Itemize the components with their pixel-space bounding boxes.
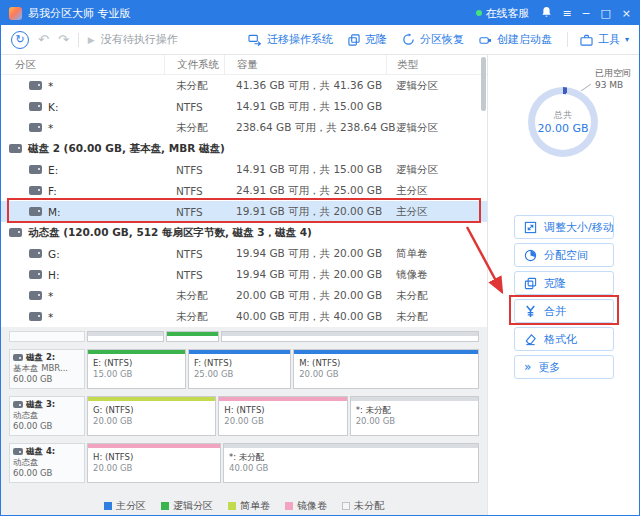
usage-donut-chart: 已用空间 93 MB 总共 20.00 GB	[488, 61, 639, 211]
table-row[interactable]: * 未分配 20.00 GB 可用，共 20.00 GB 未分配	[1, 285, 487, 306]
legend-logical-swatch	[161, 502, 169, 510]
resize-move-button[interactable]: 调整大小/移动	[514, 215, 614, 239]
legend-label: 逻辑分区	[173, 499, 213, 513]
format-icon	[524, 333, 537, 346]
partition-color-strip	[219, 397, 346, 401]
disk-group-row[interactable]: 动态盘 (120.00 GB, 512 每扇区字节数, 磁盘 3，磁盘 4)	[1, 222, 487, 243]
more-icon: »	[524, 361, 531, 373]
clone-icon	[348, 34, 360, 46]
partition-icon	[29, 102, 42, 111]
donut-ring: 总共 20.00 GB	[528, 87, 598, 157]
partition-color-strip	[224, 444, 478, 448]
partition-icon	[29, 186, 42, 195]
disk-group-row[interactable]: 磁盘 2 (60.00 GB, 基本盘, MBR 磁盘)	[1, 138, 487, 159]
online-service-label: 在线客服	[486, 6, 530, 21]
bell-icon[interactable]	[541, 6, 552, 21]
table-row[interactable]: H: NTFS 19.94 GB 可用，共 20.00 GB 镜像卷	[1, 264, 487, 285]
disk-map-segment[interactable]: M: (NTFS)20.00 GB	[293, 349, 479, 389]
partition-icon	[29, 81, 42, 90]
table-row[interactable]: F: NTFS 24.91 GB 可用，共 25.00 GB 主分区	[1, 180, 487, 201]
column-header-filesystem[interactable]: 文件系统	[164, 55, 224, 75]
refresh-icon[interactable]: ↻	[11, 31, 29, 49]
disk-map-sublabel: 动态盘	[13, 410, 81, 421]
merge-button[interactable]: 合并	[514, 299, 614, 323]
partition-list-pane: 分区 文件系统 容量 类型 * 未分配 41.36 GB 可用，共 41.36 …	[1, 55, 487, 515]
table-row[interactable]: E: NTFS 14.91 GB 可用，共 15.00 GB 逻辑分区	[1, 159, 487, 180]
disk-map-row-partial	[9, 331, 479, 342]
disk-map-label[interactable]: 磁盘 3: 动态盘 60.00 GB	[9, 396, 85, 436]
legend-mirror-swatch	[285, 502, 293, 510]
tools-button[interactable]: 工具 ▾	[567, 32, 629, 47]
online-service-button[interactable]: 在线客服	[476, 6, 530, 21]
minimize-button[interactable]: ─	[583, 8, 590, 19]
disk-map-label[interactable]: 磁盘 2: 基本盘 MBR... 60.00 GB	[9, 349, 85, 389]
scrollbar[interactable]	[480, 55, 487, 515]
disk-map-segment[interactable]	[166, 331, 219, 342]
column-header-capacity[interactable]: 容量	[224, 55, 386, 75]
legend-simple-swatch	[228, 502, 236, 510]
partition-recovery-button[interactable]: 分区恢复	[402, 32, 464, 47]
migrate-os-icon	[248, 34, 262, 46]
allocate-space-button[interactable]: 分配空间	[514, 243, 614, 267]
partition-icon	[29, 270, 42, 279]
menu-icon[interactable]: ≡	[563, 8, 572, 19]
disk-map-segment[interactable]	[87, 331, 164, 342]
partition-recovery-label: 分区恢复	[420, 32, 464, 47]
disk-map-sublabel: 基本盘 MBR...	[13, 363, 81, 374]
disk-map-segment[interactable]: E: (NTFS)15.00 GB	[87, 349, 186, 389]
redo-icon[interactable]: ↷	[58, 32, 69, 47]
table-row[interactable]: * 未分配 40.00 GB 可用，共 40.00 GB 未分配	[1, 306, 487, 327]
total-label: 总共	[554, 109, 572, 122]
disk-map-size: 60.00 GB	[13, 374, 81, 385]
table-row[interactable]: * 未分配 41.36 GB 可用，共 41.36 GB 逻辑分区	[1, 75, 487, 96]
resize-move-icon	[524, 221, 537, 234]
disk-map-label[interactable]: 磁盘 4: 动态盘 60.00 GB	[9, 443, 85, 483]
create-bootable-disk-button[interactable]: 创建启动盘	[479, 32, 552, 47]
table-row-selected[interactable]: M: NTFS 19.91 GB 可用，共 20.00 GB 主分区	[1, 201, 487, 222]
undo-icon[interactable]: ↶	[38, 32, 49, 47]
online-status-dot-icon	[476, 10, 482, 16]
more-button[interactable]: » 更多	[514, 355, 614, 379]
table-row[interactable]: G: NTFS 19.94 GB 可用，共 20.00 GB 简单卷	[1, 243, 487, 264]
disk-map-area: 磁盘 2: 基本盘 MBR... 60.00 GB E: (NTFS)15.00…	[1, 327, 487, 497]
disk-map-segment[interactable]: G: (NTFS)20.00 GB	[87, 396, 216, 436]
partition-color-strip	[88, 397, 215, 401]
table-row[interactable]: K: NTFS 14.91 GB 可用，共 15.00 GB	[1, 96, 487, 117]
allocate-space-icon	[524, 249, 537, 262]
close-button[interactable]: ×	[622, 8, 631, 19]
disk-map-segment[interactable]: *: 未分配40.00 GB	[223, 443, 479, 483]
partition-icon	[29, 312, 42, 321]
disk-icon	[13, 354, 23, 361]
scrollbar-thumb[interactable]	[481, 57, 486, 111]
partition-icon	[29, 123, 42, 132]
disk-map-segment[interactable]: *: 未分配20.00 GB	[350, 396, 479, 436]
migrate-os-button[interactable]: 迁移操作系统	[248, 32, 333, 47]
disk-map-segment[interactable]: F: (NTFS)25.00 GB	[188, 349, 291, 389]
migrate-os-label: 迁移操作系统	[267, 32, 333, 47]
format-button[interactable]: 格式化	[514, 327, 614, 351]
titlebar: 易我分区大师 专业版 在线客服 ≡ ─ □ ×	[1, 1, 639, 25]
table-row[interactable]: * 未分配 238.64 GB 可用，共 238.64 GB 逻辑分区	[1, 117, 487, 138]
column-header-type[interactable]: 类型	[386, 55, 487, 75]
maximize-button[interactable]: □	[600, 8, 610, 19]
partition-color-strip	[88, 350, 185, 354]
clone-label: 克隆	[365, 32, 387, 47]
disk-map-segment[interactable]: H: (NTFS)20.00 GB	[218, 396, 347, 436]
disk-map-row: 磁盘 4: 动态盘 60.00 GB H: (NTFS)20.00 GB *: …	[9, 443, 479, 483]
clone-button[interactable]: 克隆	[348, 32, 387, 47]
disk-map-size: 60.00 GB	[13, 468, 81, 479]
more-label: 更多	[538, 360, 560, 375]
column-header-partition[interactable]: 分区	[1, 55, 164, 75]
partition-recovery-icon	[402, 33, 415, 46]
disk-map-row: 磁盘 2: 基本盘 MBR... 60.00 GB E: (NTFS)15.00…	[9, 349, 479, 389]
disk-map-sublabel: 动态盘	[13, 457, 81, 468]
clone-button-sidebar[interactable]: 克隆	[514, 271, 614, 295]
partition-color-strip	[351, 397, 478, 401]
chevron-down-icon: ▾	[625, 35, 629, 44]
table-header: 分区 文件系统 容量 类型	[1, 55, 487, 75]
play-icon: ▶	[88, 35, 95, 45]
legend-label: 简单卷	[240, 499, 270, 513]
disk-map-segment[interactable]: H: (NTFS)20.00 GB	[87, 443, 221, 483]
legend-primary-swatch	[104, 502, 112, 510]
disk-map-segment[interactable]	[221, 331, 479, 342]
